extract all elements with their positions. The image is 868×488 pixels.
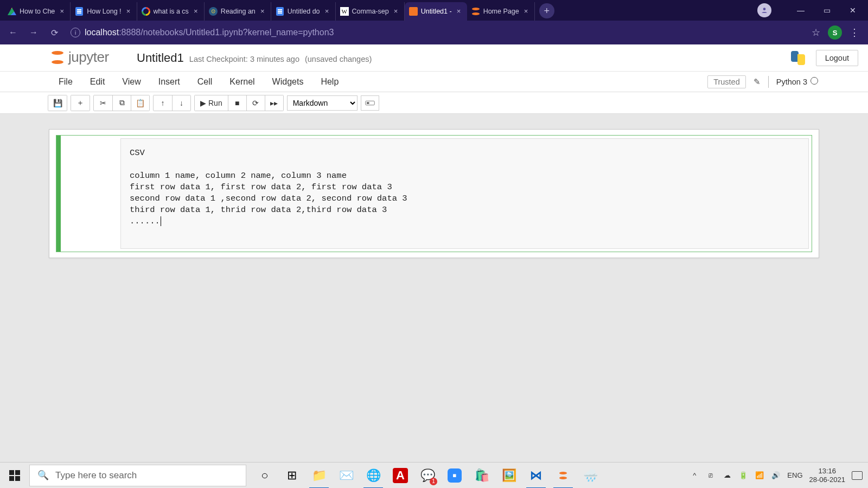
close-icon[interactable]: × (192, 8, 200, 15)
restart-button[interactable]: ⟳ (246, 95, 265, 111)
zoom-icon[interactable]: ▪ (442, 463, 468, 489)
close-icon[interactable]: × (455, 8, 463, 15)
taskbar-clock[interactable]: 13:16 28-06-2021 (809, 467, 846, 484)
clock-time: 13:16 (809, 467, 846, 476)
docs-icon (75, 7, 84, 16)
profile-badge[interactable]: S (828, 25, 842, 40)
chrome-icon[interactable]: 🌐 (360, 463, 386, 489)
volume-icon[interactable]: 🔊 (771, 471, 781, 480)
site-info-icon[interactable]: i (71, 28, 80, 37)
cell-type-select[interactable]: Markdown (287, 95, 358, 111)
markdown-cell-edit[interactable]: CSV column 1 name, column 2 name, column… (56, 135, 812, 252)
text-cursor (161, 216, 161, 226)
wifi-icon[interactable]: 📶 (755, 471, 764, 480)
menu-file[interactable]: File (50, 72, 81, 92)
tab-title: How Long ! (87, 8, 121, 15)
menu-edit[interactable]: Edit (81, 72, 114, 92)
screenshot-tool-icon[interactable]: 🖼️ (496, 463, 522, 489)
weather-icon[interactable]: 🌧️ (577, 463, 603, 489)
minimize-button[interactable]: — (789, 2, 813, 19)
start-button[interactable] (0, 463, 29, 489)
browser-menu-icon[interactable]: ⋮ (850, 27, 859, 38)
vscode-icon[interactable]: ⋈ (523, 463, 549, 489)
meet-now-icon[interactable]: ⎚ (706, 471, 716, 480)
browser-tab[interactable]: W Comma-sep × (336, 2, 405, 21)
browser-tab[interactable]: How Long ! × (71, 2, 137, 21)
back-button[interactable]: ← (5, 25, 21, 40)
mail-icon[interactable]: ✉️ (333, 463, 359, 489)
menu-kernel[interactable]: Kernel (221, 72, 263, 92)
save-button[interactable]: 💾 (48, 95, 67, 111)
cortana-icon[interactable]: ○ (252, 463, 278, 489)
action-center-icon[interactable] (852, 471, 863, 480)
browser-profile-icon[interactable] (757, 3, 771, 17)
input-language[interactable]: ENG (787, 471, 802, 479)
unsaved-text: (unsaved changes) (305, 55, 372, 63)
clock-date: 28-06-2021 (809, 476, 846, 484)
run-all-button[interactable]: ▸▸ (265, 95, 283, 111)
menu-help[interactable]: Help (312, 72, 347, 92)
menu-widgets[interactable]: Widgets (264, 72, 312, 92)
trusted-indicator[interactable]: Trusted (707, 75, 746, 88)
browser-tab-active[interactable]: Untitled1 - × (405, 2, 467, 21)
adobe-reader-icon[interactable]: A (387, 463, 413, 489)
drive-icon (8, 7, 16, 16)
menu-insert[interactable]: Insert (150, 72, 189, 92)
edit-icon[interactable]: ✎ (754, 78, 761, 86)
close-icon[interactable]: × (392, 8, 400, 15)
menu-view[interactable]: View (113, 72, 149, 92)
ms-store-icon[interactable]: 🛍️ (469, 463, 495, 489)
reload-button[interactable]: ⟳ (47, 25, 62, 40)
run-button[interactable]: ▶ Run (195, 95, 228, 111)
jupyter-menubar: File Edit View Insert Cell Kernel Widget… (0, 72, 868, 92)
menu-cell[interactable]: Cell (189, 72, 221, 92)
browser-tab[interactable]: Untitled do × (271, 2, 336, 21)
paste-button[interactable]: 📋 (131, 95, 149, 111)
battery-icon[interactable]: 🔋 (738, 471, 748, 480)
browser-tab[interactable]: Home Page × (467, 2, 535, 21)
notebook-title[interactable]: Untitled1 (137, 51, 184, 65)
logout-button[interactable]: Logout (816, 50, 858, 66)
tray-chevron-icon[interactable]: ^ (690, 471, 699, 480)
cell-editor[interactable]: CSV column 1 name, column 2 name, column… (120, 138, 809, 249)
kernel-name[interactable]: Python 3 (776, 77, 818, 86)
cut-button[interactable]: ✂ (94, 95, 112, 111)
jupyter-logo[interactable]: jupyter (50, 49, 109, 66)
close-icon[interactable]: × (259, 8, 266, 15)
insert-cell-button[interactable]: ＋ (71, 95, 90, 111)
cell-text: CSV column 1 name, column 2 name, column… (130, 148, 407, 226)
jupyter-taskbar-icon[interactable] (550, 463, 576, 489)
close-icon[interactable]: × (58, 8, 66, 15)
checkpoint-text: Last Checkpoint: 3 minutes ago (189, 55, 299, 63)
move-up-button[interactable]: ↑ (154, 95, 172, 111)
move-down-button[interactable]: ↓ (172, 95, 190, 111)
whatsapp-icon[interactable]: 💬1 (414, 463, 441, 489)
close-icon[interactable]: × (125, 8, 132, 15)
tab-title: Comma-sep (352, 8, 389, 15)
browser-tab[interactable]: what is a cs × (137, 2, 205, 21)
interrupt-button[interactable]: ■ (228, 95, 246, 111)
taskbar-search[interactable]: 🔍 Type here to search (29, 465, 246, 486)
bookmark-star-icon[interactable]: ☆ (812, 27, 820, 38)
close-window-button[interactable]: ✕ (841, 2, 865, 19)
search-placeholder: Type here to search (55, 470, 137, 481)
close-icon[interactable]: × (522, 8, 530, 15)
forward-button[interactable]: → (26, 25, 41, 40)
browser-tab[interactable]: How to Che × (3, 2, 71, 21)
browser-tab[interactable]: ⊙ Reading an × (205, 2, 271, 21)
copy-button[interactable]: ⧉ (112, 95, 131, 111)
kernel-status-icon (810, 77, 818, 85)
onedrive-icon[interactable]: ☁ (722, 471, 732, 480)
address-bar[interactable]: i localhost:8888/notebooks/Untitled1.ipy… (67, 28, 806, 37)
new-tab-button[interactable]: + (539, 3, 554, 18)
svg-point-0 (763, 8, 766, 10)
task-view-icon[interactable]: ⊞ (279, 463, 305, 489)
wikipedia-icon: W (340, 7, 349, 16)
file-explorer-icon[interactable]: 📁 (306, 463, 332, 489)
command-palette-button[interactable] (361, 95, 379, 111)
jupyter-icon (409, 7, 418, 16)
maximize-button[interactable]: ▭ (815, 2, 839, 19)
close-icon[interactable]: × (323, 8, 331, 15)
search-icon: 🔍 (37, 470, 49, 481)
system-tray: ^ ⎚ ☁ 🔋 📶 🔊 ENG 13:16 28-06-2021 (690, 467, 868, 484)
